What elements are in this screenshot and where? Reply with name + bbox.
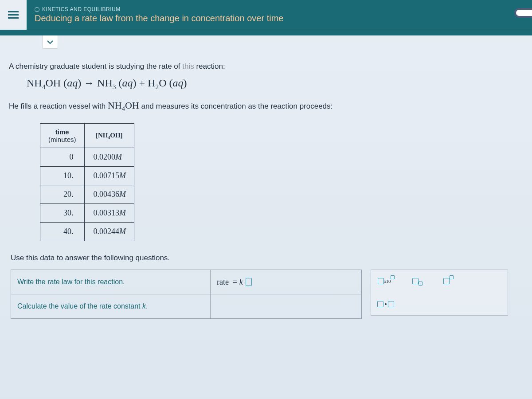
tool-subscript[interactable]	[408, 274, 426, 288]
cell-conc: 0.00313M	[84, 204, 134, 223]
intro-gap: this	[182, 62, 194, 70]
table-row: 20. 0.00436M	[40, 185, 134, 204]
tool-superscript[interactable]	[439, 274, 457, 288]
cell-time: 10.	[40, 167, 85, 185]
intro-prefix: A chemistry graduate student is studying…	[9, 62, 182, 70]
math-toolbox: x10	[371, 270, 508, 316]
followup-text: Use this data to answer the following qu…	[11, 254, 523, 262]
svg-rect-1	[8, 14, 19, 16]
svg-rect-0	[8, 11, 19, 12]
question-table: Write the rate law for this reaction. ra…	[11, 270, 362, 319]
question-area: Write the rate law for this reaction. ra…	[11, 270, 523, 319]
reaction-equation: NH4OH (aq) → NH3 (aq) + H2O (aq)	[27, 77, 523, 91]
breadcrumb-circle-icon	[35, 7, 39, 12]
page-title: Deducing a rate law from the change in c…	[35, 13, 283, 23]
table-row: 0 0.0200M	[40, 148, 134, 167]
tool-sci-notation[interactable]: x10	[377, 274, 395, 288]
breadcrumb-text: KINETICS AND EQUILIBRIUM	[42, 6, 121, 12]
header-bar: KINETICS AND EQUILIBRIUM Deducing a rate…	[0, 0, 532, 30]
table-row: 30. 0.00313M	[40, 204, 134, 223]
q1-prompt: Write the rate law for this reaction.	[11, 270, 211, 294]
intro-suffix: reaction:	[194, 62, 225, 70]
collapse-toggle[interactable]	[42, 35, 58, 49]
fill-prefix: He fills a reaction vessel with	[9, 102, 108, 110]
rate-equals-k: rate = k	[217, 278, 243, 287]
q2-prompt: Calculate the value of the rate constant…	[11, 294, 211, 318]
intro-line-1: A chemistry graduate student is studying…	[9, 62, 523, 71]
cell-time: 40.	[40, 223, 85, 241]
cell-time: 0	[40, 148, 85, 167]
tab-strip	[0, 30, 532, 35]
table-header-row: time (minutes) [NH4OH]	[40, 124, 134, 148]
intro-line-2: He fills a reaction vessel with NH4OH an…	[9, 100, 523, 113]
svg-rect-2	[8, 17, 19, 19]
cell-time: 20.	[40, 185, 85, 204]
cell-time: 30.	[40, 204, 85, 223]
cell-conc: 0.0200M	[84, 148, 134, 167]
cell-conc: 0.00715M	[84, 167, 134, 185]
cell-conc: 0.00436M	[84, 185, 134, 204]
question-row-1: Write the rate law for this reaction. ra…	[11, 270, 361, 294]
menu-button[interactable]	[0, 0, 27, 30]
cell-conc: 0.00244M	[84, 223, 134, 241]
q2-answer-area[interactable]	[211, 294, 361, 318]
species-inline: NH4OH	[108, 100, 139, 111]
col-time-label: time	[48, 128, 76, 136]
table-row: 40. 0.00244M	[40, 223, 134, 241]
table-row: 10. 0.00715M	[40, 167, 134, 185]
concentration-table: time (minutes) [NH4OH] 0 0.0200M 10. 0.0…	[40, 123, 134, 241]
tool-multiply[interactable]	[377, 297, 501, 311]
hamburger-icon	[8, 11, 19, 20]
breadcrumb: KINETICS AND EQUILIBRIUM	[35, 6, 283, 12]
problem-content: A chemistry graduate student is studying…	[0, 35, 532, 328]
col-time-header: time (minutes)	[40, 124, 85, 148]
fill-suffix: and measures its concentration as the re…	[139, 102, 333, 110]
rate-law-input[interactable]	[246, 278, 252, 286]
title-block: KINETICS AND EQUILIBRIUM Deducing a rate…	[27, 0, 291, 30]
question-row-2: Calculate the value of the rate constant…	[11, 294, 361, 318]
eraser-icon[interactable]	[514, 8, 532, 18]
col-time-unit: (minutes)	[48, 136, 76, 143]
q1-answer-area[interactable]: rate = k	[211, 270, 361, 294]
col-conc-header: [NH4OH]	[84, 124, 134, 148]
chevron-down-icon	[47, 40, 53, 44]
